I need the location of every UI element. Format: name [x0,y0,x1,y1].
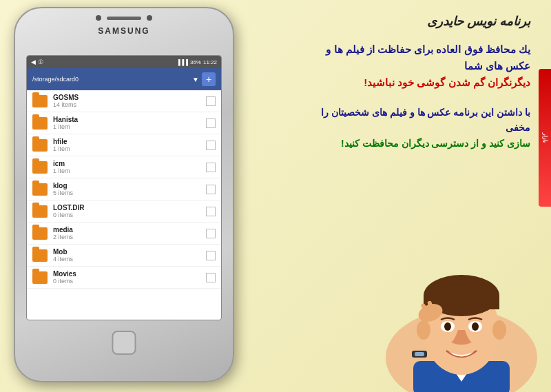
status-right: ▐▐▐ 36% 11:22 [176,59,217,65]
svg-rect-17 [415,352,424,356]
add-button[interactable]: + [202,72,216,86]
phone-top-sensors [96,15,152,21]
file-name: Mob [53,248,200,256]
file-name: Hanista [53,116,200,123]
folder-icon [32,271,48,284]
file-checkbox[interactable] [206,163,216,172]
home-button[interactable] [112,331,136,355]
file-name: icm [53,160,200,167]
file-info: media2 items [53,226,200,240]
file-info: icm1 item [53,160,200,174]
side-strip: بازار [539,69,551,207]
file-info: Hanista1 item [53,116,200,130]
sensor-dot [147,15,152,21]
promo-text-2-green: سازی کنید و از دسترسی دیگران محافظت کنید… [341,138,530,149]
header-actions: ▼ + [192,72,216,86]
file-name: hfile [53,138,200,145]
file-checkbox[interactable] [206,229,216,238]
svg-point-10 [472,322,479,331]
file-checkbox[interactable] [206,96,216,106]
file-list: GOSMS14 itemsHanista1 itemhfile1 itemicm… [27,90,221,289]
file-checkbox[interactable] [206,251,216,260]
file-checkbox[interactable] [206,118,216,128]
strip-text: بازار [542,133,548,143]
list-item[interactable]: GOSMS14 items [27,90,221,112]
list-item[interactable]: media2 items [27,223,221,245]
file-checkbox[interactable] [206,185,216,194]
file-count: 1 item [53,145,200,152]
file-info: Mob4 items [53,248,200,262]
list-item[interactable]: hfile1 item [27,134,221,156]
brand-label: SAMSUNG [98,26,149,36]
svg-point-12 [492,320,506,340]
folder-icon [32,95,48,107]
svg-point-11 [417,320,430,340]
folder-icon [32,161,48,174]
phone-device: SAMSUNG ◀ ① ▐▐▐ 36% 11:22 /storage/sdcar… [14,7,234,382]
status-bar: ◀ ① ▐▐▐ 36% 11:22 [27,56,221,68]
promo-text-1-main: یك محافظ فوق العاده برای حفاظت از فیلم ه… [326,43,530,72]
folder-icon [32,139,48,152]
file-checkbox[interactable] [206,141,216,150]
app-title: برنامه نویس حایدری [310,14,530,29]
file-name: Movies [53,270,200,278]
file-info: Movies0 items [53,270,200,285]
phone-screen: ◀ ① ▐▐▐ 36% 11:22 /storage/sdcard0 ▼ + G… [26,55,222,320]
promo-text-2-main: با داشتن این برنامه عکس ها و فیلم های شخ… [321,107,530,133]
status-left: ◀ ① [31,59,43,65]
promo-text-2: با داشتن این برنامه عکس ها و فیلم های شخ… [310,105,530,151]
file-info: GOSMS14 items [53,94,200,108]
list-item[interactable]: Movies0 items [27,267,221,289]
path-display: /storage/sdcard0 [32,76,79,83]
file-count: 2 items [53,234,200,240]
file-count: 1 item [53,167,200,174]
right-content: برنامه نویس حایدری یك محافظ فوق العاده ب… [310,14,530,151]
file-checkbox[interactable] [206,207,216,216]
list-item[interactable]: LOST.DIR0 items [27,200,221,223]
file-name: LOST.DIR [53,204,200,212]
speaker-bar [107,17,141,20]
list-item[interactable]: icm1 item [27,156,221,178]
app-header: /storage/sdcard0 ▼ + [27,68,221,90]
file-name: GOSMS [53,94,200,101]
file-info: klog5 items [53,182,200,196]
folder-icon [32,183,48,196]
file-count: 5 items [53,189,200,196]
list-item[interactable]: Hanista1 item [27,112,221,134]
file-count: 14 items [53,101,200,108]
folder-icon [32,205,48,218]
file-count: 4 items [53,256,200,262]
file-checkbox[interactable] [206,273,216,282]
file-name: klog [53,182,200,189]
file-info: LOST.DIR0 items [53,204,200,218]
signal-icon: ▐▐▐ [176,59,188,65]
file-info: hfile1 item [53,138,200,152]
svg-point-9 [444,322,451,331]
list-item[interactable]: Mob4 items [27,245,221,267]
dropdown-arrow-icon[interactable]: ▼ [192,76,199,83]
file-name: media [53,226,200,234]
battery-text: 36% [190,59,201,65]
list-item[interactable]: klog5 items [27,178,221,200]
file-count: 0 items [53,278,200,285]
file-count: 0 items [53,212,200,218]
man-image [372,247,551,392]
folder-icon [32,117,48,130]
camera-dot [96,15,101,21]
promo-text-1: یك محافظ فوق العاده برای حفاظت از فیلم ه… [310,41,530,91]
promo-text-1-red: دیگرنگران گم شدن گوشی خود نباشید! [364,76,530,88]
file-count: 1 item [53,123,200,130]
time-text: 11:22 [203,59,217,65]
notification-icons: ◀ ① [31,59,43,65]
folder-icon [32,227,48,240]
folder-icon [32,249,48,262]
